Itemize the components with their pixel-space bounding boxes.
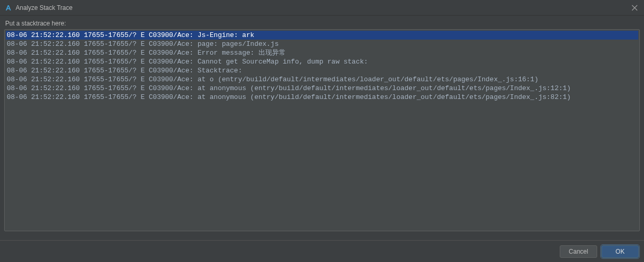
stacktrace-line[interactable]: 08-06 21:52:22.160 17655-17655/? E C0390… [6,40,638,48]
window-title: Analyze Stack Trace [16,4,72,11]
titlebar: Analyze Stack Trace [0,0,644,16]
stacktrace-line[interactable]: 08-06 21:52:22.160 17655-17655/? E C0390… [6,84,638,93]
stacktrace-line[interactable]: 08-06 21:52:22.160 17655-17655/? E C0390… [6,93,638,102]
stacktrace-label: Put a stacktrace here: [4,20,640,27]
ok-button[interactable]: OK [601,245,639,258]
stacktrace-input[interactable]: 08-06 21:52:22.160 17655-17655/? E C0390… [4,29,640,231]
stacktrace-line[interactable]: 08-06 21:52:22.160 17655-17655/? E C0390… [6,75,638,84]
stacktrace-line[interactable]: 08-06 21:52:22.160 17655-17655/? E C0390… [6,57,638,66]
stacktrace-line[interactable]: 08-06 21:52:22.160 17655-17655/? E C0390… [6,66,638,75]
stacktrace-line[interactable]: 08-06 21:52:22.160 17655-17655/? E C0390… [6,31,638,40]
cancel-button[interactable]: Cancel [560,245,597,258]
close-button[interactable] [629,3,640,13]
stacktrace-line[interactable]: 08-06 21:52:22.160 17655-17655/? E C0390… [6,48,638,57]
app-icon [4,4,12,12]
button-bar: Cancel OK [0,240,644,262]
content-area: Put a stacktrace here: 08-06 21:52:22.16… [0,16,644,231]
